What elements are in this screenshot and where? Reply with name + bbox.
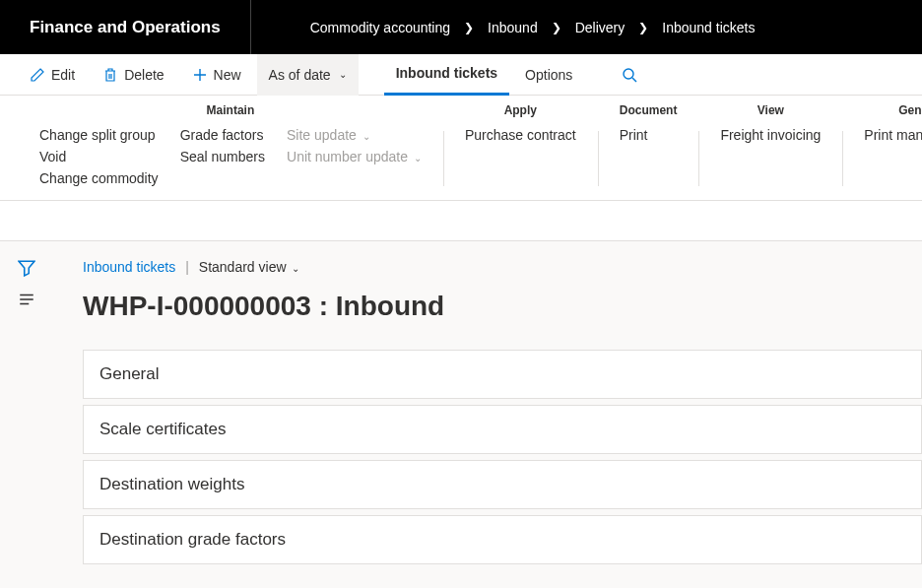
tab-options-label: Options <box>525 67 572 83</box>
new-label: New <box>214 67 241 83</box>
plus-icon <box>192 67 208 83</box>
edit-label: Edit <box>51 67 75 83</box>
back-link[interactable]: Inbound tickets <box>83 259 175 275</box>
breadcrumb-item[interactable]: Inbound tickets <box>662 20 755 35</box>
app-title: Finance and Operations <box>0 0 251 54</box>
as-of-date-label: As of date <box>269 67 331 83</box>
ribbon-group-title: General <box>864 103 922 117</box>
chevron-down-icon: ⌄ <box>292 263 299 274</box>
breadcrumb-item[interactable]: Inbound <box>488 20 538 35</box>
breadcrumb-item[interactable]: Commodity accounting <box>310 20 450 35</box>
edit-icon <box>30 67 45 83</box>
ribbon-group-maintain: Maintain Change split group Void Change … <box>18 103 443 186</box>
ribbon-group-apply: Apply Purchase contract <box>443 103 598 186</box>
panel-scale-certificates[interactable]: Scale certificates <box>83 405 922 454</box>
ribbon-item-print[interactable]: Print <box>620 127 648 143</box>
page-nav-row: Inbound tickets | Standard view ⌄ <box>83 259 922 275</box>
ribbon: Maintain Change split group Void Change … <box>0 96 922 201</box>
panel-destination-grade-factors[interactable]: Destination grade factors <box>83 515 922 564</box>
tab-options[interactable]: Options <box>513 54 584 96</box>
delete-label: Delete <box>124 67 164 83</box>
chevron-right-icon: ❯ <box>464 21 474 34</box>
as-of-date-button[interactable]: As of date ⌄ <box>257 54 359 96</box>
ribbon-item-print-management[interactable]: Print management <box>864 127 922 143</box>
site-update-label: Site update <box>287 127 357 143</box>
top-header: Finance and Operations Commodity account… <box>0 0 922 54</box>
ribbon-group-title: Maintain <box>39 103 422 117</box>
ribbon-group-document: Document Print <box>598 103 699 186</box>
view-name-label: Standard view <box>199 259 287 275</box>
breadcrumb: Commodity accounting ❯ Inbound ❯ Deliver… <box>251 20 756 35</box>
ribbon-group-general: General Print management <box>842 103 922 186</box>
search-button[interactable] <box>610 54 649 96</box>
ribbon-item-freight-invoicing[interactable]: Freight invoicing <box>720 127 821 143</box>
ribbon-item-change-commodity[interactable]: Change commodity <box>39 170 159 186</box>
breadcrumb-item[interactable]: Delivery <box>575 20 626 35</box>
action-bar: Edit Delete New As of date ⌄ Inbound tic… <box>0 54 922 96</box>
ribbon-group-view: View Freight invoicing <box>698 103 842 186</box>
ribbon-item-void[interactable]: Void <box>39 149 159 164</box>
unit-number-update-label: Unit number update <box>287 149 408 164</box>
ribbon-item-seal-numbers[interactable]: Seal numbers <box>180 149 265 164</box>
left-rail <box>0 241 53 588</box>
tab-inbound-tickets-label: Inbound tickets <box>396 65 497 81</box>
ribbon-item-grade-factors[interactable]: Grade factors <box>180 127 265 143</box>
content-area: Inbound tickets | Standard view ⌄ WHP-I-… <box>53 241 922 588</box>
view-selector[interactable]: Standard view ⌄ <box>199 259 300 275</box>
chevron-down-icon: ⌄ <box>414 153 422 163</box>
ribbon-group-title: Document <box>620 103 678 117</box>
chevron-right-icon: ❯ <box>638 21 648 34</box>
page-title: WHP-I-000000003 : Inbound <box>83 291 922 322</box>
ribbon-group-title: View <box>720 103 821 117</box>
trash-icon <box>102 67 118 83</box>
chevron-down-icon: ⌄ <box>362 131 370 142</box>
delete-button[interactable]: Delete <box>91 54 175 96</box>
ribbon-group-title: Apply <box>465 103 576 117</box>
new-button[interactable]: New <box>180 54 253 96</box>
svg-point-0 <box>624 69 633 79</box>
filter-icon[interactable] <box>18 259 35 277</box>
search-icon <box>622 67 637 83</box>
ribbon-item-unit-number-update[interactable]: Unit number update ⌄ <box>287 149 422 164</box>
main-area: Inbound tickets | Standard view ⌄ WHP-I-… <box>0 240 922 588</box>
edit-button[interactable]: Edit <box>18 54 87 96</box>
chevron-down-icon: ⌄ <box>339 69 347 80</box>
panel-destination-weights[interactable]: Destination weights <box>83 460 922 509</box>
chevron-right-icon: ❯ <box>552 21 561 34</box>
panel-general[interactable]: General <box>83 350 922 399</box>
ribbon-item-change-split-group[interactable]: Change split group <box>39 127 159 143</box>
divider: | <box>185 259 189 275</box>
ribbon-item-purchase-contract[interactable]: Purchase contract <box>465 127 576 143</box>
list-icon[interactable] <box>18 291 35 308</box>
ribbon-item-site-update[interactable]: Site update ⌄ <box>287 127 422 143</box>
tab-inbound-tickets[interactable]: Inbound tickets <box>384 54 509 96</box>
